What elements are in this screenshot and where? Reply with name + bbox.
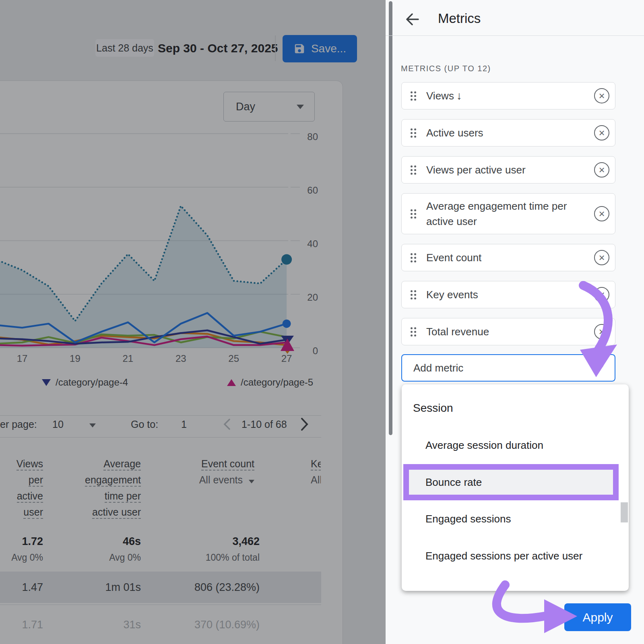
panel-scrollbar[interactable] xyxy=(389,1,392,435)
event-filter[interactable]: All events xyxy=(199,474,243,485)
drag-handle-icon[interactable] xyxy=(411,253,416,262)
legend-item-page-5[interactable]: /category/page-5 xyxy=(227,377,324,388)
dropdown-group-session: Session xyxy=(413,402,453,415)
chevron-down-icon xyxy=(596,366,603,370)
chevron-right-icon[interactable] xyxy=(299,417,309,431)
svg-text:20: 20 xyxy=(307,292,318,303)
pagination-range: 1-10 of 68 xyxy=(242,419,287,430)
remove-metric-icon[interactable]: × xyxy=(594,162,609,178)
metrics-section-label: METRICS (UP TO 12) xyxy=(401,64,491,73)
svg-text:60: 60 xyxy=(307,185,318,196)
cell: 1.47 xyxy=(0,581,43,594)
triangle-down-icon xyxy=(42,379,51,386)
bounce-rate-highlight: Bounce rate xyxy=(403,464,619,500)
svg-text:21: 21 xyxy=(122,353,133,362)
rows-per-page-label: er page: xyxy=(0,419,37,430)
divider xyxy=(0,605,321,605)
dropdown-scrollbar[interactable] xyxy=(621,502,628,522)
total-sub: Avg 0% xyxy=(60,552,141,563)
drag-handle-icon[interactable] xyxy=(411,209,416,219)
triangle-up-icon xyxy=(227,379,236,386)
cell: 1.71 xyxy=(0,619,43,631)
divider xyxy=(386,35,644,36)
add-metric-label: Add metric xyxy=(413,362,463,374)
cell: 370 (10.69%) xyxy=(179,619,260,631)
metric-options-dropdown: Session Average session duration Bounce … xyxy=(402,384,629,591)
column-header-avg-engagement-time[interactable]: Average engagement time per active user xyxy=(60,456,141,520)
svg-text:25: 25 xyxy=(228,353,239,362)
metric-card-event-count[interactable]: Event count × xyxy=(401,244,615,271)
drag-handle-icon[interactable] xyxy=(411,128,416,138)
sort-down-icon: ↓ xyxy=(456,89,462,102)
total-views-per-user: 1.72 xyxy=(0,535,43,548)
chevron-down-icon[interactable] xyxy=(89,423,96,427)
time-series-chart: 806040200171921232527 xyxy=(0,121,322,362)
column-header-views-per-active-user[interactable]: Views per active user xyxy=(0,456,43,520)
granularity-select[interactable]: Day xyxy=(223,92,315,122)
metric-card-active-users[interactable]: Active users × xyxy=(401,119,615,147)
option-average-session-duration[interactable]: Average session duration xyxy=(425,439,543,452)
panel-title: Metrics xyxy=(438,11,481,26)
rows-per-page-select[interactable]: 10 xyxy=(52,419,64,430)
svg-text:23: 23 xyxy=(175,353,186,362)
chevron-down-icon xyxy=(297,105,304,109)
cell: 1m 01s xyxy=(60,581,141,594)
legend-label: /category/page-4 xyxy=(56,377,128,388)
legend-item-page-4[interactable]: /category/page-4 xyxy=(42,377,128,388)
metric-card-views[interactable]: Views ↓ × xyxy=(401,82,615,109)
remove-metric-icon[interactable]: × xyxy=(594,324,609,339)
option-engaged-sessions[interactable]: Engaged sessions xyxy=(425,513,511,525)
option-engaged-sessions-per-active-user[interactable]: Engaged sessions per active user xyxy=(425,550,582,562)
metric-card-total-revenue[interactable]: Total revenue × xyxy=(401,318,615,345)
save-label: Save... xyxy=(311,42,346,55)
svg-text:0: 0 xyxy=(313,345,318,356)
granularity-value: Day xyxy=(236,101,255,113)
goto-input[interactable]: 1 xyxy=(181,419,187,430)
svg-text:40: 40 xyxy=(307,238,318,249)
save-button[interactable]: Save... xyxy=(283,35,357,62)
chevron-left-icon[interactable] xyxy=(223,418,231,431)
total-event-count: 3,462 xyxy=(179,535,260,548)
divider xyxy=(0,415,321,416)
metrics-side-panel: Metrics METRICS (UP TO 12) Views ↓ × Act… xyxy=(386,0,644,644)
total-sub: Avg 0% xyxy=(0,552,43,563)
svg-text:80: 80 xyxy=(307,131,318,142)
total-sub: 100% of total xyxy=(179,552,260,563)
chevron-down-icon xyxy=(249,480,254,483)
metric-card-key-events[interactable]: Key events × xyxy=(401,281,615,308)
drag-handle-icon[interactable] xyxy=(411,165,416,175)
remove-metric-icon[interactable]: × xyxy=(594,88,609,103)
goto-label: Go to: xyxy=(131,419,158,430)
divider xyxy=(0,437,321,438)
total-engagement-time: 46s xyxy=(60,535,141,548)
save-icon xyxy=(293,43,305,55)
add-metric-dropdown[interactable]: Add metric xyxy=(401,354,615,382)
apply-button[interactable]: Apply xyxy=(564,603,631,631)
date-range-chip[interactable]: Last 28 days xyxy=(95,39,154,57)
remove-metric-icon[interactable]: × xyxy=(594,125,609,140)
legend-label: /category/page-5 xyxy=(241,377,324,388)
metric-card-avg-engagement-time[interactable]: Average engagement time per active user … xyxy=(401,193,615,234)
remove-metric-icon[interactable]: × xyxy=(594,250,609,265)
drag-handle-icon[interactable] xyxy=(411,290,416,299)
svg-text:19: 19 xyxy=(70,353,80,362)
date-range-text: Sep 30 - Oct 27, 2025 xyxy=(158,41,278,55)
header-divider xyxy=(275,35,276,61)
svg-text:17: 17 xyxy=(17,353,28,362)
drag-handle-icon[interactable] xyxy=(411,91,416,101)
cell: 806 (23.28%) xyxy=(179,581,260,594)
drag-handle-icon[interactable] xyxy=(411,327,416,336)
cell: 31s xyxy=(60,619,141,631)
date-chip-label: Last 28 days xyxy=(96,42,153,54)
back-arrow-icon[interactable] xyxy=(403,10,421,28)
remove-metric-icon[interactable]: × xyxy=(594,287,609,302)
option-bounce-rate[interactable]: Bounce rate xyxy=(409,470,613,495)
column-header-key-events-clipped[interactable]: Key events All events xyxy=(311,456,321,488)
metric-card-views-per-active-user[interactable]: Views per active user × xyxy=(401,156,615,184)
table-row[interactable] xyxy=(0,572,321,603)
remove-metric-icon[interactable]: × xyxy=(594,206,609,221)
column-header-event-count[interactable]: Event count All events xyxy=(173,456,254,488)
svg-text:27: 27 xyxy=(281,353,292,362)
